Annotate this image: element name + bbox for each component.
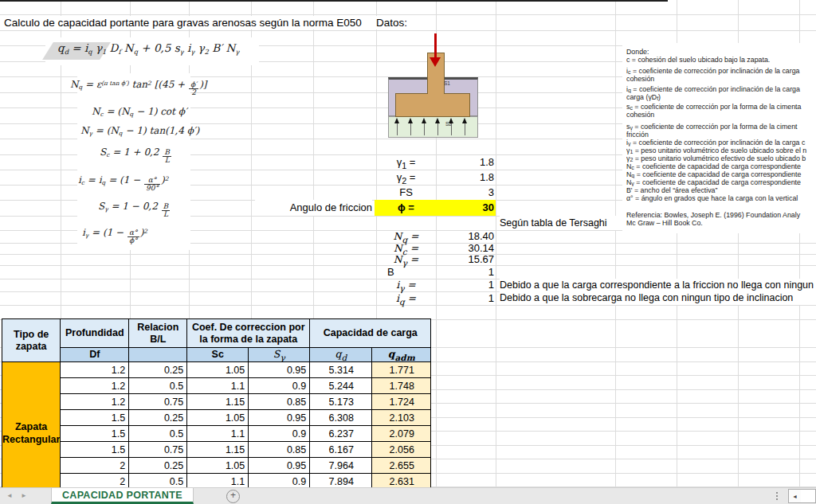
data-row-value[interactable]: 1 (436, 265, 496, 279)
data-row-value[interactable]: 1.8 (436, 170, 496, 185)
table-cell[interactable]: 1.1 (187, 378, 249, 394)
header-coef-correccion[interactable]: Coef. De correccion porla forma de la za… (187, 319, 310, 348)
where-panel-line: α° = ángulo en grados que hace la carga … (626, 194, 816, 202)
table-cell[interactable]: 1.5 (61, 410, 129, 426)
table-cell[interactable]: 0.5 (129, 426, 187, 442)
data-row-value[interactable]: 15.67 (436, 254, 496, 265)
soil-reaction-arrow-icon (394, 118, 399, 123)
table-cell[interactable]: 5.314 (310, 362, 372, 378)
data-row-label: Nq = (376, 230, 436, 243)
table-cell[interactable]: 5.244 (310, 378, 372, 394)
data-row-value[interactable]: 30 (436, 200, 496, 216)
table-cell[interactable]: 0.95 (249, 458, 310, 474)
data-row-value[interactable]: 30.14 (436, 243, 496, 254)
table-cell[interactable]: 0.5 (129, 378, 187, 394)
table-cell[interactable]: 0.85 (249, 442, 310, 458)
where-panel-line: fricción (626, 131, 816, 139)
table-cell[interactable]: 2.655 (372, 458, 431, 474)
where-panel: Donde:c = cohesión del suelo ubicado baj… (622, 43, 816, 233)
table-cell[interactable]: 1.2 (61, 378, 129, 394)
subheader-qd[interactable]: qd (310, 348, 372, 362)
table-cell[interactable]: 0.9 (249, 426, 310, 442)
table-cell[interactable]: 0.95 (249, 410, 310, 426)
table-cell[interactable]: 0.25 (129, 458, 187, 474)
table-cell[interactable]: 1.05 (187, 458, 249, 474)
data-row-label: ϕ = (376, 200, 436, 216)
formula-nq: Nq = ε(π tan ϕ′) tan2 [(45 + ϕ′2)] (70, 79, 207, 96)
data-row-label: FS (376, 185, 436, 200)
header-tipo-zapata[interactable]: Tipo dezapata (2, 319, 61, 362)
spreadsheet: Calculo de capacidad portante para grava… (0, 0, 816, 504)
table-cell[interactable]: 2.103 (372, 410, 431, 426)
load-arrow-icon (434, 33, 437, 59)
subheader-sc[interactable]: Sc (187, 348, 249, 362)
soil-reaction-arrow-icon (422, 118, 426, 123)
formula-nc: Nc = (Nq − 1) cot ϕ′ (92, 106, 187, 117)
table-cell[interactable]: 1.05 (187, 362, 249, 378)
table-cell[interactable]: 2.056 (372, 442, 431, 458)
soil-reaction-arrow-icon (435, 118, 440, 123)
subheader-empty[interactable] (129, 348, 187, 362)
subheader-qadm[interactable]: qadm (372, 348, 431, 362)
table-cell[interactable]: 2 (61, 458, 129, 474)
hscroll-track[interactable] (801, 489, 816, 503)
table-cell[interactable]: 0.75 (129, 442, 187, 458)
table-cell[interactable]: 0.95 (249, 362, 310, 378)
data-row-value[interactable]: 1 (436, 291, 496, 305)
table-cell[interactable]: 7.964 (310, 458, 372, 474)
table-cell[interactable]: 1.2 (61, 394, 129, 410)
data-row-value[interactable]: 1 (436, 279, 496, 291)
header-relacion-bl[interactable]: RelacionB/L (129, 319, 187, 348)
soil-reaction-arrow-icon (408, 118, 413, 123)
table-cell[interactable]: 0.25 (129, 362, 187, 378)
subheader-sgamma[interactable]: Sγ (249, 348, 310, 362)
table-cell[interactable]: 1.15 (187, 442, 249, 458)
table-cell[interactable]: 1.5 (61, 442, 129, 458)
soil-reaction-arrow-stem (397, 123, 398, 135)
data-row-value[interactable]: 1.8 (436, 154, 496, 170)
page-title: Calculo de capacidad portante para grava… (2, 16, 364, 29)
tab-nav-left-icon[interactable]: ◄ (6, 492, 13, 499)
data-row-value[interactable]: 3 (436, 185, 496, 200)
table-cell[interactable]: 0.85 (249, 394, 310, 410)
gridline-h (0, 305, 816, 306)
formula-ig: iγ = (1 − α°ϕ°)2 (82, 227, 147, 244)
table-cell[interactable]: 0.75 (129, 394, 187, 410)
hscroll-left-button[interactable]: ◄ (788, 489, 802, 503)
add-sheet-button[interactable]: + (226, 490, 240, 503)
table-cell[interactable]: 0.9 (249, 378, 310, 394)
table-cell[interactable]: 6.237 (310, 426, 372, 442)
tab-nav-right-icon[interactable]: ► (21, 492, 27, 499)
table-cell[interactable]: 1.05 (187, 410, 249, 426)
data-row-value[interactable]: 18.40 (436, 230, 496, 243)
table-cell[interactable]: 6.308 (310, 410, 372, 426)
formula-sg: Sγ = 1 − 0,2 BL (98, 201, 171, 218)
table-cell[interactable]: 1.724 (372, 394, 431, 410)
where-panel-line: B' = ancho del “área efectiva” (626, 186, 816, 194)
data-row-label: γ2 = (376, 170, 436, 185)
subheader-df[interactable]: Df (61, 348, 129, 362)
header-profundidad[interactable]: Profundidad (61, 319, 129, 348)
table-cell[interactable]: 1.771 (372, 362, 431, 378)
table-cell[interactable]: 1.748 (372, 378, 431, 394)
header-capacidad-carga[interactable]: Capacidad de carga (310, 319, 431, 348)
tab-splitter-handle[interactable] (776, 492, 778, 502)
table-cell[interactable]: 1.15 (187, 394, 249, 410)
table-cell[interactable]: 1.1 (187, 426, 249, 442)
sheet-tab-capacidad-portante[interactable]: CAPACIDAD PORTANTE (51, 488, 194, 504)
soil-reaction-arrow-stem (451, 123, 452, 135)
table-cell[interactable]: 2.079 (372, 426, 431, 442)
data-row-label: iq = (376, 291, 436, 305)
where-panel-line: Nγ = coeficiente de capacidad de carga c… (626, 178, 816, 186)
where-panel-line: Mc Graw – Hill Book Co. (626, 219, 816, 227)
table-cell[interactable]: 6.167 (310, 442, 372, 458)
table-cell[interactable]: 0.25 (129, 410, 187, 426)
gridline-h (0, 14, 816, 15)
table-cell[interactable]: 1.2 (61, 362, 129, 378)
where-panel-line: Referencia: Bowles, Joseph E. (1996) Fou… (626, 211, 816, 219)
table-cell[interactable]: 5.173 (310, 394, 372, 410)
table-cell[interactable]: 1.5 (61, 426, 129, 442)
table-group-cell[interactable]: ZapataRectangular (2, 362, 61, 504)
data-row-label: Nc = (376, 243, 436, 254)
data-row-label: γ1 = (376, 154, 436, 170)
